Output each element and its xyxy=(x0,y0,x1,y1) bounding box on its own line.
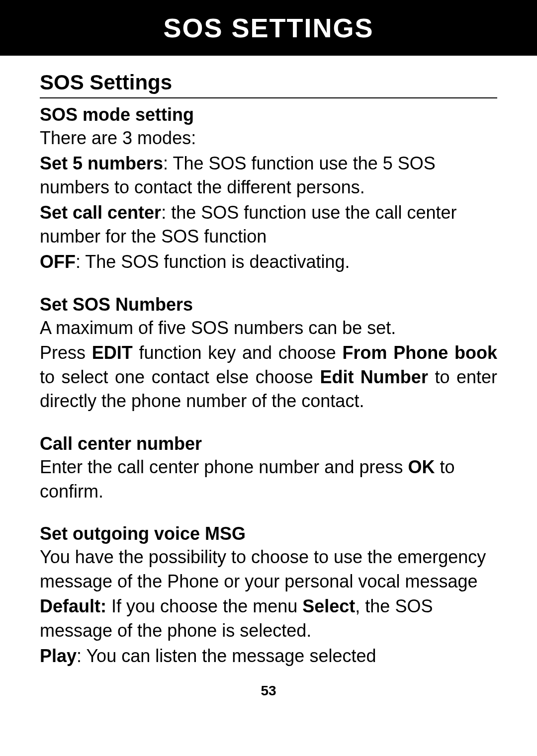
sos-mode-callcenter: Set call center: the SOS function use th… xyxy=(40,201,497,249)
p2a: Press xyxy=(40,342,92,363)
call-center-heading: Call center number xyxy=(40,433,497,454)
call-center-para: Enter the call center phone number and p… xyxy=(40,455,497,504)
set-sos-numbers-block: Set SOS Numbers A maximum of five SOS nu… xyxy=(40,294,497,414)
outgoing-msg-heading: Set outgoing voice MSG xyxy=(40,523,497,544)
callcenter-label: Set call center xyxy=(40,202,161,223)
set-sos-numbers-para2: Press EDIT function key and choose From … xyxy=(40,341,497,414)
set-sos-numbers-line1: A maximum of five SOS numbers can be set… xyxy=(40,316,497,340)
outgoing-msg-block: Set outgoing voice MSG You have the poss… xyxy=(40,523,497,668)
cc-p1a: Enter the call center phone number and p… xyxy=(40,457,408,477)
sos-mode-intro: There are 3 modes: xyxy=(40,126,497,151)
page-header: SOS SETTINGS xyxy=(0,0,537,56)
sos-mode-off: OFF: The SOS function is deactivating. xyxy=(40,250,497,274)
page-content: SOS Settings SOS mode setting There are … xyxy=(0,56,537,668)
page-number: 53 xyxy=(0,683,537,699)
sos-mode-heading: SOS mode setting xyxy=(40,104,497,125)
section-title: SOS Settings xyxy=(40,71,497,98)
default-label: Default: xyxy=(40,596,106,616)
cc-p1b: OK xyxy=(408,457,435,477)
outgoing-msg-p1: You have the possibility to choose to us… xyxy=(40,545,497,593)
p2c: function key and choose xyxy=(133,342,343,363)
p2d: From Phone book xyxy=(343,342,497,363)
outgoing-msg-default: Default: If you choose the menu Select, … xyxy=(40,594,497,643)
off-label: OFF xyxy=(40,252,76,272)
p2b: EDIT xyxy=(92,342,133,363)
p2e: to select one contact else choose xyxy=(40,367,320,387)
default-a: If you choose the menu xyxy=(106,596,302,616)
sos-mode-set5: Set 5 numbers: The SOS function use the … xyxy=(40,152,497,200)
sos-mode-block: SOS mode setting There are 3 modes: Set … xyxy=(40,104,497,274)
call-center-block: Call center number Enter the call center… xyxy=(40,433,497,504)
header-title: SOS SETTINGS xyxy=(163,12,373,43)
default-b: Select xyxy=(302,596,355,616)
set5-label: Set 5 numbers xyxy=(40,153,163,173)
play-rest: : You can listen the message selected xyxy=(77,646,376,666)
play-label: Play xyxy=(40,646,77,666)
off-rest: : The SOS function is deactivating. xyxy=(76,252,350,272)
p2f: Edit Number xyxy=(320,367,428,387)
outgoing-msg-play: Play: You can listen the message selecte… xyxy=(40,644,497,669)
set-sos-numbers-heading: Set SOS Numbers xyxy=(40,294,497,315)
